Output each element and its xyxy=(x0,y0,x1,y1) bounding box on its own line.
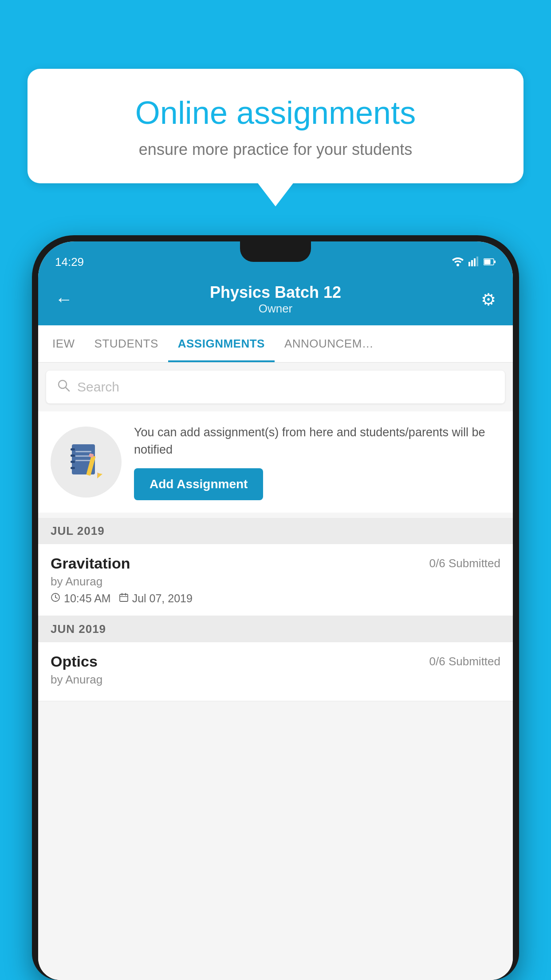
content-area: Search xyxy=(38,363,513,980)
section-jun-2019: JUN 2019 xyxy=(38,616,513,642)
settings-button[interactable]: ⚙ xyxy=(469,290,496,309)
svg-rect-11 xyxy=(71,448,75,450)
status-time: 14:29 xyxy=(55,255,84,269)
add-assignment-button[interactable]: Add Assignment xyxy=(134,468,263,500)
svg-rect-6 xyxy=(484,260,491,265)
svg-line-9 xyxy=(66,387,69,391)
wifi-icon xyxy=(452,257,464,269)
assignment-item-optics[interactable]: Optics 0/6 Submitted by Anurag xyxy=(38,642,513,701)
assignment-item-gravitation[interactable]: Gravitation 0/6 Submitted by Anurag xyxy=(38,544,513,616)
calendar-icon xyxy=(119,593,129,605)
svg-rect-3 xyxy=(474,258,476,266)
clock-icon xyxy=(51,593,60,605)
assignment-author-gravitation: by Anurag xyxy=(51,575,500,589)
search-bar[interactable]: Search xyxy=(46,371,505,403)
assignment-submitted-gravitation: 0/6 Submitted xyxy=(429,557,500,570)
assignment-time-gravitation: 10:45 AM xyxy=(51,592,111,605)
assignment-date-text-gravitation: Jul 07, 2019 xyxy=(132,592,193,605)
assignment-name-optics: Optics xyxy=(51,653,98,670)
back-button[interactable]: ← xyxy=(55,289,82,309)
notebook-icon xyxy=(68,442,104,482)
phone-frame: 14:29 xyxy=(32,235,519,980)
promo-text-area: You can add assignment(s) from here and … xyxy=(134,424,500,500)
status-icons xyxy=(452,257,496,269)
tab-announcements[interactable]: ANNOUNCEM… xyxy=(275,325,383,362)
search-icon xyxy=(57,379,70,395)
assignment-row-top-optics: Optics 0/6 Submitted xyxy=(51,653,500,670)
tab-bar: IEW STUDENTS ASSIGNMENTS ANNOUNCEM… xyxy=(38,325,513,363)
svg-rect-17 xyxy=(75,460,91,461)
svg-rect-13 xyxy=(71,461,75,463)
svg-rect-25 xyxy=(120,594,128,601)
section-jul-2019: JUL 2019 xyxy=(38,518,513,544)
svg-rect-14 xyxy=(71,467,75,469)
header-subtitle: Owner xyxy=(82,302,469,316)
tab-assignments[interactable]: ASSIGNMENTS xyxy=(168,325,275,362)
header-center: Physics Batch 12 Owner xyxy=(82,283,469,316)
info-card: Online assignments ensure more practice … xyxy=(28,69,523,183)
assignment-submitted-optics: 0/6 Submitted xyxy=(429,655,500,668)
info-card-subtitle: ensure more practice for your students xyxy=(52,140,499,159)
svg-rect-2 xyxy=(471,260,473,266)
svg-line-24 xyxy=(55,597,57,598)
svg-marker-19 xyxy=(97,473,102,478)
assignment-row-top: Gravitation 0/6 Submitted xyxy=(51,555,500,572)
assignment-date-gravitation: Jul 07, 2019 xyxy=(119,592,193,605)
signal-icon xyxy=(468,257,479,269)
app-header: ← Physics Batch 12 Owner ⚙ xyxy=(38,273,513,325)
promo-icon-circle xyxy=(51,427,122,498)
svg-rect-1 xyxy=(468,262,470,266)
info-card-title: Online assignments xyxy=(52,95,499,130)
svg-rect-15 xyxy=(75,451,91,452)
phone-screen: 14:29 xyxy=(38,241,513,980)
tab-students[interactable]: STUDENTS xyxy=(85,325,168,362)
svg-rect-12 xyxy=(71,454,75,457)
svg-point-0 xyxy=(457,264,459,266)
svg-rect-7 xyxy=(494,261,496,263)
search-placeholder: Search xyxy=(77,379,119,395)
assignment-author-optics: by Anurag xyxy=(51,673,500,687)
assignment-meta-gravitation: 10:45 AM Jul 07, 201 xyxy=(51,592,500,605)
tab-iew[interactable]: IEW xyxy=(43,325,85,362)
phone-notch xyxy=(240,241,311,262)
assignment-name-gravitation: Gravitation xyxy=(51,555,130,572)
promo-card: You can add assignment(s) from here and … xyxy=(38,411,513,513)
battery-icon xyxy=(484,257,496,269)
header-title: Physics Batch 12 xyxy=(82,283,469,302)
promo-description: You can add assignment(s) from here and … xyxy=(134,424,500,458)
svg-rect-4 xyxy=(476,257,478,266)
assignment-time-text-gravitation: 10:45 AM xyxy=(64,592,111,605)
